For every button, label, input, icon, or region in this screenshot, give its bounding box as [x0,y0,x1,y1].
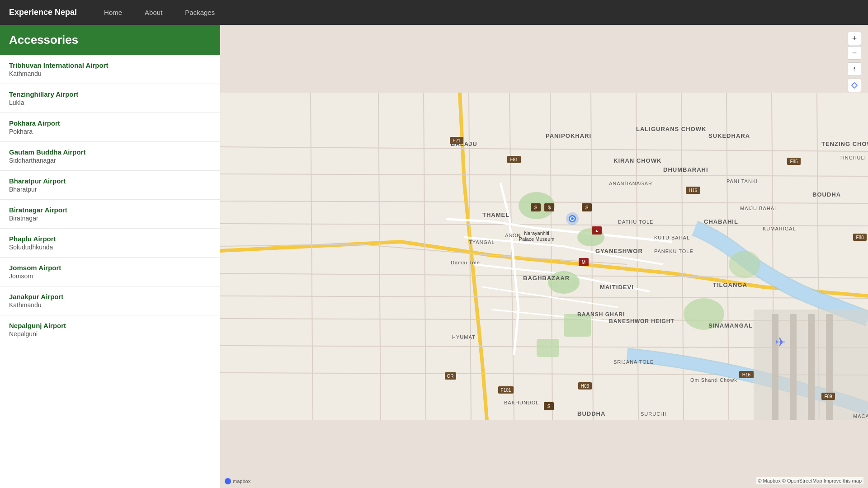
svg-text:SUKEDHARA: SUKEDHARA [708,132,750,139]
airport-list-item[interactable]: Pokhara AirportPokhara [0,113,220,142]
svg-text:TINCHULI: TINCHULI [840,155,866,160]
svg-text:HYUMAT: HYUMAT [452,334,476,340]
svg-text:BUDDHA: BUDDHA [577,410,605,417]
location-button[interactable] [848,79,861,92]
svg-marker-89 [852,83,857,88]
svg-text:KIRAN CHOWK: KIRAN CHOWK [613,157,661,164]
zoom-out-button[interactable]: − [848,46,861,60]
svg-text:LALIGURANS CHOWK: LALIGURANS CHOWK [636,126,706,132]
svg-text:TENZING CHOWK: TENZING CHOWK [821,141,868,147]
location-icon [851,82,858,89]
airport-name: Phaplu Airport [9,235,211,243]
attribution-text: © Mapbox © OpenStreetMap Improve this ma… [758,478,862,483]
airport-location: Kathmandu [9,70,211,77]
svg-text:F101: F101 [501,388,511,393]
svg-text:KUTU BAHAL: KUTU BAHAL [654,235,690,240]
svg-text:CHABAHIL: CHABAHIL [704,218,738,225]
svg-rect-5 [826,314,833,420]
airport-location: Siddharthanagar [9,157,211,164]
svg-text:F88: F88 [856,235,864,240]
mapbox-logo-icon [225,478,231,484]
airport-name: Bharatpur Airport [9,177,211,185]
airport-list: Tribhuvan International AirportKathmandu… [0,55,220,344]
airport-location: Biratnagar [9,215,211,222]
svg-text:$: $ [547,404,550,409]
svg-text:Damai Tole: Damai Tole [451,260,480,265]
map-logo: mapbox [225,478,250,484]
airport-list-item[interactable]: Nepalgunj AirportNepalguni [0,315,220,344]
svg-text:Palace Museum: Palace Museum [519,236,555,242]
airport-name: Janakpur Airport [9,293,211,300]
svg-rect-10 [537,339,559,357]
svg-text:H16: H16 [742,372,751,377]
svg-text:▲: ▲ [594,228,599,233]
zoom-in-button[interactable]: + [848,32,861,45]
svg-text:F81: F81 [510,157,518,162]
airport-location: Bharatpur [9,186,211,193]
map-container: BALAJU PANIPOKHARI LALIGURANS CHOWK SUKE… [220,25,868,488]
airport-list-item[interactable]: Biratnagar AirportBiratnagar [0,200,220,229]
svg-text:Narayanhiti: Narayanhiti [524,230,549,236]
svg-text:$: $ [585,205,588,210]
airport-location: Kathmandu [9,301,211,309]
sidebar-title: Accessories [9,33,211,47]
airport-list-item[interactable]: Phaplu AirportSolududhkunda [0,229,220,258]
svg-text:BOUDHA: BOUDHA [812,191,841,198]
navbar-brand: Experience Nepal [9,8,77,17]
airport-name: Gautam Buddha Airport [9,148,211,156]
svg-text:Om Shanti Chowk: Om Shanti Chowk [690,377,737,383]
airport-list-item[interactable]: Bharatpur AirportBharatpur [0,171,220,200]
svg-text:✈: ✈ [775,335,786,349]
svg-text:THAMEL: THAMEL [482,211,509,218]
svg-text:H16: H16 [689,188,698,193]
svg-text:GYANESHWOR: GYANESHWOR [595,248,643,254]
svg-text:KUMARIGAL: KUMARIGAL [763,226,796,231]
airport-name: Nepalgunj Airport [9,322,211,329]
svg-text:H03: H03 [581,384,590,389]
svg-rect-3 [790,314,797,420]
airport-list-item[interactable]: Jomsom AirportJomsom [0,258,220,286]
svg-text:DATHU TOLE: DATHU TOLE [618,219,653,225]
compass-button[interactable] [848,62,861,76]
svg-marker-88 [854,69,855,72]
airport-list-item[interactable]: Gautam Buddha AirportSiddharthanagar [0,142,220,171]
svg-text:$: $ [534,205,537,210]
svg-text:SURUCHI: SURUCHI [641,411,666,417]
svg-text:M: M [582,260,585,265]
svg-text:BAANSH GHARI: BAANSH GHARI [577,311,625,318]
svg-text:PANIPOKHARI: PANIPOKHARI [546,132,591,139]
airport-location: Jomsom [9,272,211,280]
airport-name: Tenzinghillary Airport [9,90,211,98]
svg-rect-4 [808,314,815,420]
svg-text:TILGANGA: TILGANGA [713,282,747,288]
nav-about[interactable]: About [140,6,167,19]
svg-text:PANI TANKI: PANI TANKI [726,178,758,184]
map-controls: + − [848,32,861,92]
svg-marker-87 [854,66,855,69]
compass-icon [851,66,858,72]
svg-text:MAITIDEVI: MAITIDEVI [600,284,634,291]
svg-text:BAKHUNDOL: BAKHUNDOL [504,400,539,405]
airport-list-item[interactable]: Tribhuvan International AirportKathmandu [0,55,220,84]
airport-location: Lukla [9,99,211,106]
main-container: Accessories Tribhuvan International Airp… [0,25,868,488]
svg-rect-2 [772,314,778,420]
svg-text:F89: F89 [824,394,832,399]
airport-list-item[interactable]: Tenzinghillary AirportLukla [0,84,220,113]
airport-location: Pokhara [9,128,211,135]
svg-text:F85: F85 [790,159,798,164]
svg-text:$: $ [548,205,551,210]
sidebar-header: Accessories [0,25,220,55]
airport-name: Pokhara Airport [9,119,211,127]
nav-packages[interactable]: Packages [180,6,219,19]
svg-text:SINAMANGAL: SINAMANGAL [708,322,753,329]
airport-name: Biratnagar Airport [9,206,211,214]
navbar: Experience Nepal Home About Packages [0,0,868,25]
airport-list-item[interactable]: Janakpur AirportKathmandu [0,286,220,315]
nav-home[interactable]: Home [99,6,127,19]
svg-text:BANESHWOR HEIGHT: BANESHWOR HEIGHT [609,318,675,324]
airport-name: Tribhuvan International Airport [9,61,211,69]
svg-text:ANANDANAGAR: ANANDANAGAR [609,181,652,186]
svg-text:MACA...: MACA... [853,413,868,419]
map-svg: BALAJU PANIPOKHARI LALIGURANS CHOWK SUKE… [220,25,868,488]
